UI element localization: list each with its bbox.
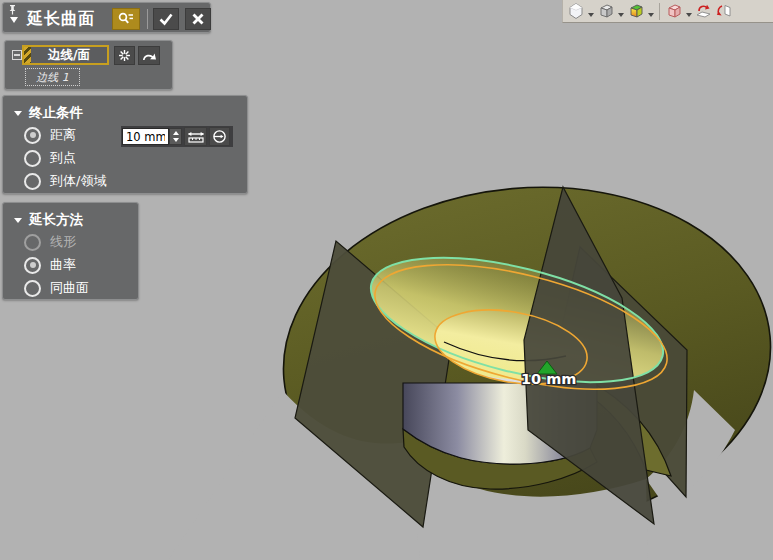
- close-icon: [191, 12, 205, 26]
- end-condition-panel: 终止条件 距离 到点: [2, 95, 248, 194]
- radio-distance-label[interactable]: 距离: [50, 126, 76, 144]
- collapse-panel-arrow[interactable]: [10, 17, 18, 23]
- rotate-view-horizontal-icon[interactable]: [714, 2, 733, 21]
- selection-hatch-stripe: [24, 47, 31, 63]
- measure-distance-button[interactable]: [184, 127, 207, 146]
- radio-linear-label[interactable]: 线形: [50, 233, 76, 251]
- selection-group-box[interactable]: 边线/面: [22, 45, 109, 65]
- rotate-view-vertical-icon[interactable]: [694, 2, 713, 21]
- step-dial-icon: [212, 129, 227, 144]
- command-title: 延长曲面: [27, 9, 95, 30]
- toolbar-separator: [659, 3, 660, 20]
- wireframe-view-icon[interactable]: [596, 2, 615, 21]
- collapse-group-button[interactable]: [12, 50, 22, 60]
- section-view-icon[interactable]: [664, 2, 683, 21]
- pin-icon[interactable]: [6, 4, 18, 16]
- distance-spinner[interactable]: [169, 128, 182, 145]
- distance-input-group: [121, 126, 233, 147]
- radio-curvature-label[interactable]: 曲率: [50, 256, 76, 274]
- selection-panel: 边线/面 边线 1: [4, 40, 173, 90]
- radio-to-body[interactable]: [24, 173, 41, 190]
- application-window: { "command_bar": { "title": "延长曲面" }, "s…: [0, 0, 773, 560]
- shaded-view-icon[interactable]: [566, 2, 585, 21]
- deselect-all-button[interactable]: [114, 46, 135, 65]
- wireframe-view-dropdown[interactable]: [616, 2, 625, 21]
- extend-method-panel: 延长方法 线形 曲率 同曲面: [2, 202, 139, 300]
- asterisk-icon: [118, 49, 131, 62]
- radio-same-surface[interactable]: [24, 280, 41, 297]
- radio-to-point-label[interactable]: 到点: [50, 149, 76, 167]
- radio-to-point[interactable]: [24, 150, 41, 167]
- radio-same-surface-label[interactable]: 同曲面: [50, 279, 89, 297]
- shaded-view-dropdown[interactable]: [586, 2, 595, 21]
- color-faces-view-dropdown[interactable]: [646, 2, 655, 21]
- radio-curvature[interactable]: [24, 257, 41, 274]
- color-faces-view-icon[interactable]: [626, 2, 645, 21]
- section-view-dropdown[interactable]: [684, 2, 693, 21]
- dimension-label: 10 mm: [521, 371, 576, 387]
- button-separator: [147, 9, 148, 29]
- selection-item-edge1[interactable]: 边线 1: [25, 68, 80, 86]
- radio-to-body-label[interactable]: 到体/领域: [50, 172, 106, 190]
- undo-arrow-icon: [141, 49, 157, 62]
- search-options-icon: [117, 11, 135, 27]
- section-collapse-arrow[interactable]: [14, 111, 22, 116]
- distance-value-input[interactable]: [122, 128, 169, 145]
- command-bar: 延长曲面: [2, 2, 211, 33]
- cancel-button[interactable]: [185, 8, 211, 30]
- view-toolbar: [562, 0, 773, 23]
- end-condition-header: 终止条件: [29, 104, 83, 122]
- accept-button[interactable]: [153, 8, 179, 30]
- selection-group-label: 边线/面: [31, 47, 107, 64]
- radio-distance[interactable]: [24, 127, 41, 144]
- section-collapse-arrow[interactable]: [14, 218, 22, 223]
- check-icon: [158, 12, 174, 26]
- step-value-button[interactable]: [209, 127, 230, 146]
- undo-selection-button[interactable]: [138, 46, 160, 65]
- options-search-button[interactable]: [112, 8, 140, 30]
- radio-linear[interactable]: [24, 234, 41, 251]
- ruler-icon: [187, 129, 205, 144]
- extend-method-header: 延长方法: [29, 211, 83, 229]
